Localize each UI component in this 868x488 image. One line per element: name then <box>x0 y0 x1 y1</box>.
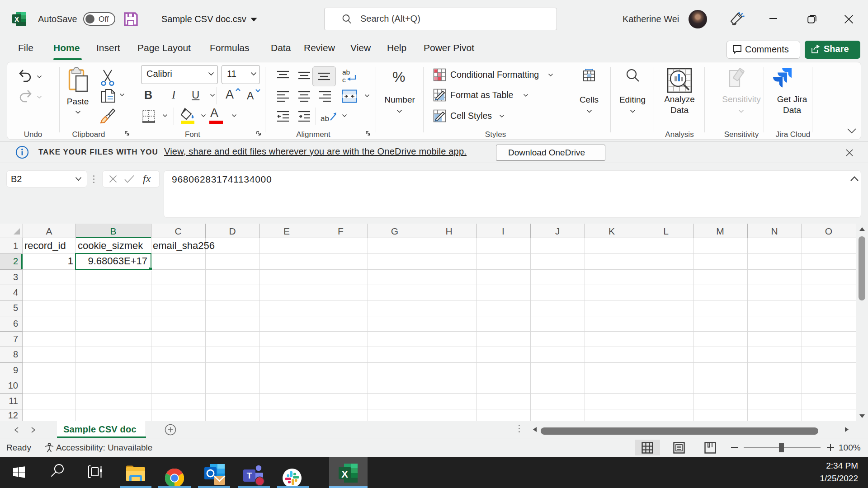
svg-text:c: c <box>342 76 346 84</box>
svg-text:T: T <box>247 471 252 480</box>
svg-text:X: X <box>341 469 348 480</box>
svg-text:X: X <box>14 16 19 23</box>
svg-text:ab: ab <box>321 114 329 123</box>
svg-text:ab: ab <box>342 69 350 76</box>
